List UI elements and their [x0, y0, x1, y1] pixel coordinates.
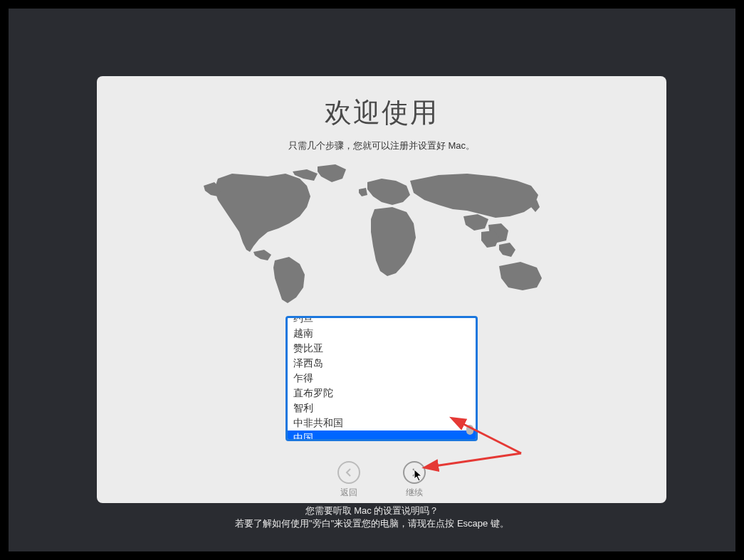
desktop-background: 欢迎使用 只需几个步骤，您就可以注册并设置好 Mac。: [9, 9, 735, 551]
country-item[interactable]: 约旦: [288, 318, 476, 326]
dialog-title: 欢迎使用: [325, 95, 439, 131]
scrollbar-thumb[interactable]: [466, 425, 473, 435]
world-map-svg: [182, 161, 581, 310]
country-item[interactable]: 中非共和国: [288, 416, 476, 430]
continue-button[interactable]: 继续: [403, 461, 426, 499]
help-line2: 若要了解如何使用"旁白"来设置您的电脑，请现在点按 Escape 键。: [9, 517, 735, 530]
country-item[interactable]: 智利: [288, 401, 476, 416]
country-list-scroll[interactable]: 约旦 越南 赞比亚 泽西岛 乍得 直布罗陀 智利 中非共和国 中国: [288, 318, 476, 439]
help-line1: 您需要听取 Mac 的设置说明吗？: [9, 504, 735, 517]
back-arrow-icon: [337, 461, 360, 484]
continue-label: 继续: [406, 487, 423, 499]
country-item-selected[interactable]: 中国: [288, 430, 476, 439]
country-list[interactable]: 约旦 越南 赞比亚 泽西岛 乍得 直布罗陀 智利 中非共和国 中国: [285, 316, 478, 441]
country-item[interactable]: 直布罗陀: [288, 386, 476, 401]
back-label: 返回: [340, 487, 357, 499]
back-button[interactable]: 返回: [337, 461, 360, 499]
country-item[interactable]: 泽西岛: [288, 356, 476, 371]
help-text: 您需要听取 Mac 的设置说明吗？ 若要了解如何使用"旁白"来设置您的电脑，请现…: [9, 504, 735, 530]
country-item[interactable]: 赞比亚: [288, 341, 476, 356]
country-item[interactable]: 越南: [288, 326, 476, 341]
country-item[interactable]: 乍得: [288, 371, 476, 386]
dialog-subtitle: 只需几个步骤，您就可以注册并设置好 Mac。: [288, 139, 475, 152]
bottom-nav: 返回 继续: [337, 461, 426, 499]
forward-arrow-icon: [403, 461, 426, 484]
world-map: [182, 161, 581, 310]
welcome-dialog: 欢迎使用 只需几个步骤，您就可以注册并设置好 Mac。: [97, 76, 666, 503]
